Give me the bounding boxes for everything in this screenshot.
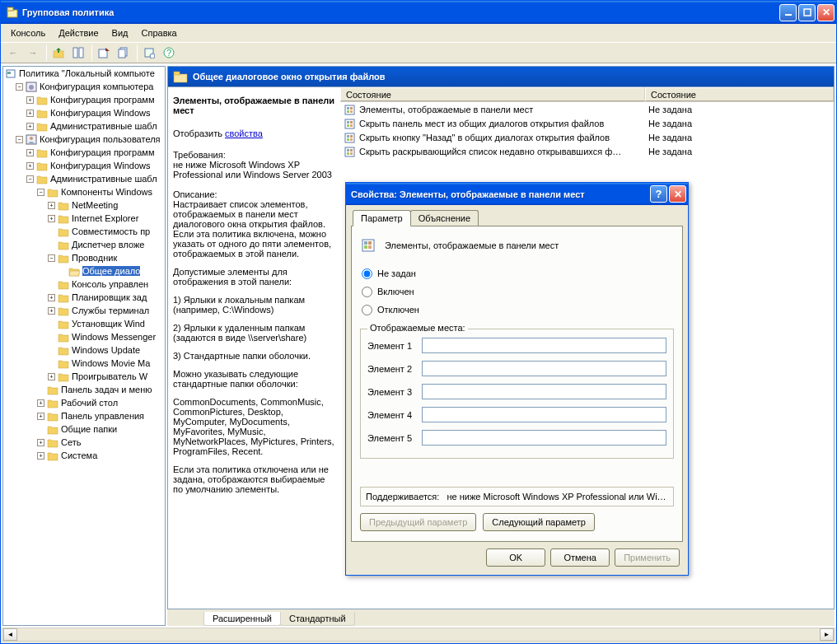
element-input[interactable] — [422, 430, 666, 446]
scroll-track[interactable] — [17, 628, 820, 641]
tree-item[interactable]: +Конфигурация Windows — [3, 159, 165, 172]
tab-explanation[interactable]: Объяснение — [410, 210, 479, 226]
tree-item[interactable]: Совместимость пр — [3, 225, 165, 238]
apply-button[interactable]: Применить — [615, 548, 680, 567]
tree-item[interactable]: Windows Movie Ma — [3, 357, 165, 370]
menu-help[interactable]: Справка — [135, 26, 184, 40]
back-button[interactable]: ← — [4, 44, 22, 62]
forward-button[interactable]: → — [24, 44, 42, 62]
radio-not-configured[interactable]: Не задан — [360, 266, 674, 281]
tree-item[interactable]: Общие папки — [3, 422, 165, 436]
expand-toggle[interactable]: + — [48, 373, 55, 380]
tree-item[interactable]: +Службы терминал — [3, 304, 165, 317]
list-col-state[interactable]: Состояние — [645, 87, 834, 101]
list-row[interactable]: Скрыть кнопку "Назад" в общих диалогах о… — [340, 130, 834, 144]
ok-button[interactable]: OK — [486, 548, 545, 567]
element-input[interactable] — [422, 407, 666, 422]
expand-toggle[interactable]: + — [26, 110, 34, 117]
menu-action[interactable]: Действие — [52, 26, 105, 40]
tree-item[interactable]: −Конфигурация компьютера — [3, 80, 165, 93]
help-button[interactable]: ? — [160, 44, 178, 62]
prev-setting-button[interactable]: Предыдущий параметр — [360, 513, 476, 531]
tree-item[interactable]: Windows Messenger — [3, 330, 165, 343]
expand-toggle[interactable]: + — [26, 96, 34, 104]
copy-button[interactable] — [115, 44, 133, 62]
tree-item[interactable]: +Панель управления — [3, 409, 165, 422]
tree-item[interactable]: Общее диало — [3, 264, 165, 278]
tree-root[interactable]: Политика "Локальный компьюте — [3, 67, 165, 80]
tree-item[interactable]: +Административные шабл — [3, 119, 165, 133]
list-col-name[interactable]: Состояние — [340, 87, 645, 101]
export-button[interactable] — [95, 44, 113, 62]
expand-toggle[interactable]: + — [26, 123, 34, 130]
expand-toggle[interactable]: − — [16, 83, 23, 91]
tab-extended[interactable]: Расширенный — [203, 612, 281, 626]
tree-item[interactable]: −Проводник — [3, 251, 165, 264]
help-button[interactable]: ? — [650, 185, 667, 203]
next-setting-button[interactable]: Следующий параметр — [483, 513, 595, 531]
expand-toggle[interactable]: + — [37, 452, 44, 460]
element-input[interactable] — [422, 338, 666, 353]
expand-toggle[interactable]: + — [48, 215, 55, 222]
radio-input[interactable] — [362, 287, 372, 297]
menu-view[interactable]: Вид — [105, 26, 135, 40]
expand-toggle[interactable]: + — [48, 307, 55, 315]
expand-toggle[interactable]: − — [48, 254, 55, 262]
tree-item[interactable]: Диспетчер вложе — [3, 238, 165, 251]
tree-item[interactable]: +Конфигурация программ — [3, 93, 165, 106]
horizontal-scrollbar[interactable]: ◄ ► — [2, 628, 835, 642]
tree-view[interactable]: Политика "Локальный компьюте−Конфигураци… — [2, 66, 166, 626]
list-row[interactable]: Скрыть панель мест из общих диалогов отк… — [340, 116, 834, 130]
expand-toggle[interactable]: − — [16, 136, 23, 143]
dialog-titlebar[interactable]: Свойства: Элементы, отображаемые в панел… — [346, 183, 688, 205]
radio-input[interactable] — [362, 268, 372, 279]
expand-toggle[interactable]: + — [37, 399, 44, 407]
tree-item[interactable]: +Планировщик зад — [3, 291, 165, 304]
expand-toggle[interactable]: + — [26, 149, 34, 156]
tree-item[interactable]: Установщик Wind — [3, 317, 165, 330]
up-button[interactable] — [49, 44, 68, 62]
tree-item[interactable]: Консоль управлен — [3, 278, 165, 291]
tree-item[interactable]: Панель задач и меню — [3, 383, 165, 396]
tree-item[interactable]: +Сеть — [3, 436, 165, 449]
menu-console[interactable]: Консоль — [4, 26, 52, 40]
tab-parameter[interactable]: Параметр — [353, 210, 411, 226]
radio-disabled[interactable]: Отключен — [360, 302, 674, 317]
tree-item[interactable]: +Конфигурация программ — [3, 146, 165, 159]
expand-toggle[interactable]: − — [37, 189, 44, 196]
list-row[interactable]: Элементы, отображаемые в панели местНе з… — [340, 102, 834, 116]
expand-toggle[interactable]: + — [37, 439, 44, 446]
element-input[interactable] — [422, 361, 666, 376]
close-button[interactable]: ✕ — [817, 4, 835, 21]
element-input[interactable] — [422, 384, 666, 399]
tree-item[interactable]: −Конфигурация пользователя — [3, 133, 165, 146]
tree-item[interactable]: +Конфигурация Windows — [3, 106, 165, 119]
maximize-button[interactable] — [798, 4, 816, 21]
tree-item[interactable]: +NetMeeting — [3, 198, 165, 212]
tree-item[interactable]: −Административные шабл — [3, 172, 165, 185]
radio-input[interactable] — [362, 305, 372, 315]
expand-toggle[interactable]: − — [26, 175, 34, 183]
main-titlebar[interactable]: Групповая политика ✕ — [1, 1, 836, 24]
tree-item[interactable]: Windows Update — [3, 343, 165, 357]
tab-standard[interactable]: Стандартный — [280, 612, 355, 626]
dialog-close-button[interactable]: ✕ — [669, 185, 686, 203]
radio-enabled[interactable]: Включен — [360, 284, 674, 299]
tree-item[interactable]: +Система — [3, 449, 165, 462]
expand-toggle[interactable]: + — [37, 413, 44, 420]
tree-item[interactable]: +Рабочий стол — [3, 396, 165, 409]
tree-item[interactable]: +Проигрыватель W — [3, 370, 165, 383]
filter-button[interactable] — [140, 44, 158, 62]
scroll-left-button[interactable]: ◄ — [3, 628, 17, 641]
scroll-right-button[interactable]: ► — [820, 628, 834, 641]
properties-link[interactable]: свойства — [225, 128, 263, 138]
expand-toggle[interactable]: + — [26, 162, 34, 170]
expand-toggle[interactable]: + — [48, 294, 55, 301]
tree-item[interactable]: +Internet Explorer — [3, 212, 165, 225]
list-row[interactable]: Скрыть раскрывающийся список недавно отк… — [340, 144, 834, 158]
minimize-button[interactable] — [779, 4, 797, 21]
tree-item[interactable]: −Компоненты Windows — [3, 185, 165, 198]
properties-button[interactable] — [69, 44, 87, 62]
cancel-button[interactable]: Отмена — [550, 548, 610, 567]
expand-toggle[interactable]: + — [48, 202, 55, 209]
